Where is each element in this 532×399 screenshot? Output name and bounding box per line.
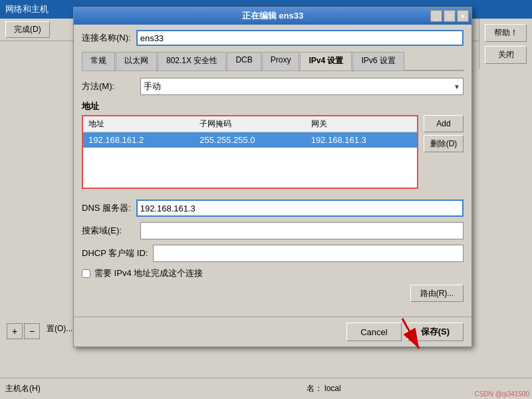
- dhcp-row: DHCP 客户端 ID:: [82, 245, 464, 262]
- tab-general[interactable]: 常规: [82, 52, 115, 70]
- method-value: 手动: [144, 80, 161, 92]
- dns-input[interactable]: [136, 200, 464, 217]
- method-label: 方法(M):: [82, 80, 135, 92]
- tab-ipv6[interactable]: IPv6 设置: [352, 52, 404, 70]
- dhcp-input[interactable]: [153, 245, 464, 262]
- dns-label: DNS 服务器:: [82, 202, 131, 214]
- remove-item-button[interactable]: −: [24, 323, 40, 339]
- address-table: 地址 子网掩码 网关 192.168.161.2 255.255.255.0: [83, 116, 417, 188]
- col-header-subnet: 子网掩码: [194, 116, 305, 132]
- route-row: 路由(R)...: [82, 285, 464, 302]
- cell-address: 192.168.161.2: [83, 132, 194, 148]
- chevron-down-icon: ▼: [454, 83, 460, 90]
- search-domain-input[interactable]: [140, 222, 464, 239]
- minimize-button[interactable]: _: [430, 10, 442, 22]
- tab-dcb[interactable]: DCB: [227, 52, 261, 70]
- search-domain-label: 搜索域(E):: [82, 225, 135, 237]
- right-panel: 帮助！ 关闭: [479, 19, 532, 69]
- search-domain-row: 搜索域(E):: [82, 222, 464, 239]
- tab-proxy[interactable]: Proxy: [262, 52, 300, 70]
- route-button[interactable]: 路由(R)...: [410, 285, 464, 302]
- dialog-body: 连接名称(N): 常规 以太网 802.1X 安全性 DCB Proxy IPv…: [74, 25, 471, 314]
- cell-gateway: 192.168.161.3: [306, 132, 417, 148]
- bg-title: 网络和主机: [5, 3, 49, 15]
- col-header-gateway: 网关: [306, 116, 417, 132]
- address-table-container: 地址 子网掩码 网关 192.168.161.2 255.255.255.0: [82, 115, 418, 189]
- tab-content-ipv4: 方法(M): 手动 ▼ 地址 地址: [82, 71, 464, 309]
- empty-row: [83, 148, 417, 188]
- hostname-value: 名： local: [307, 383, 341, 394]
- address-section-label: 地址: [82, 100, 464, 112]
- hostname-label: 主机名(H): [5, 383, 41, 394]
- cell-subnet: 255.255.255.0: [194, 132, 305, 148]
- watermark: CSDN @qi341500: [475, 390, 529, 398]
- connection-name-row: 连接名称(N):: [82, 30, 464, 46]
- method-select[interactable]: 手动 ▼: [140, 78, 464, 95]
- tab-8021x[interactable]: 802.1X 安全性: [158, 52, 226, 70]
- address-section: 地址 地址 子网掩码 网关: [82, 100, 464, 302]
- close-button[interactable]: 关闭: [485, 46, 527, 64]
- dhcp-label: DHCP 客户端 ID:: [82, 247, 148, 259]
- tab-ipv4[interactable]: IPv4 设置: [300, 52, 352, 70]
- dns-row: DNS 服务器:: [82, 200, 464, 217]
- add-address-button[interactable]: Add: [424, 115, 464, 132]
- cancel-button[interactable]: Cancel: [346, 323, 401, 341]
- help-button[interactable]: 帮助！: [485, 24, 527, 42]
- conn-name-label: 连接名称(N):: [82, 32, 131, 44]
- complete-button[interactable]: 完成(D): [5, 21, 50, 38]
- tabs-row: 常规 以太网 802.1X 安全性 DCB Proxy IPv4 设置 IPv6…: [82, 51, 464, 71]
- dialog-titlebar: 正在编辑 ens33 _ □ ×: [74, 7, 471, 25]
- table-row[interactable]: 192.168.161.2 255.255.255.0 192.168.161.…: [83, 132, 417, 148]
- dialog-bottom: Cancel 保存(S): [74, 317, 471, 346]
- address-action-buttons: Add 删除(D): [424, 115, 464, 194]
- col-header-address: 地址: [83, 116, 194, 132]
- add-item-button[interactable]: +: [7, 323, 23, 339]
- conn-name-input[interactable]: [136, 30, 464, 46]
- maximize-button[interactable]: □: [444, 10, 456, 22]
- save-button[interactable]: 保存(S): [407, 323, 464, 341]
- require-ipv4-checkbox[interactable]: [82, 269, 90, 278]
- address-area-wrapper: 地址 子网掩码 网关 192.168.161.2 255.255.255.0: [82, 115, 464, 194]
- config-label: 置(O)...: [47, 323, 72, 339]
- bottom-bar: 主机名(H) 名： local: [0, 378, 532, 399]
- dialog-title: 正在编辑 ens33: [242, 10, 303, 22]
- tab-ethernet[interactable]: 以太网: [116, 52, 157, 70]
- edit-dialog: 正在编辑 ens33 _ □ × 连接名称(N): 常规 以太网 802.1X …: [73, 7, 472, 347]
- checkbox-row: 需要 IPv4 地址完成这个连接: [82, 267, 464, 279]
- add-minus-row: + − 置(O)...: [7, 323, 72, 339]
- delete-address-button[interactable]: 删除(D): [424, 135, 464, 152]
- method-row: 方法(M): 手动 ▼: [82, 78, 464, 95]
- checkbox-label: 需要 IPv4 地址完成这个连接: [94, 267, 203, 279]
- titlebar-buttons: _ □ ×: [430, 10, 469, 22]
- close-dialog-button[interactable]: ×: [457, 10, 469, 22]
